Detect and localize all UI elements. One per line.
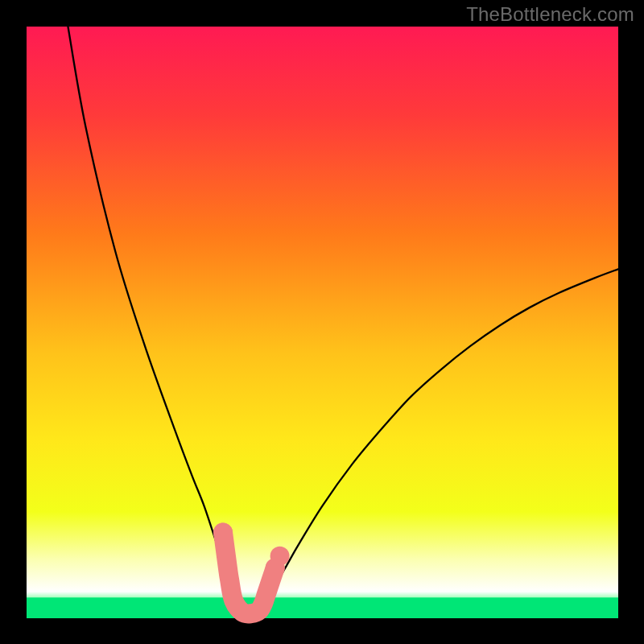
bottleneck-chart — [0, 0, 644, 644]
watermark-text: TheBottleneck.com — [466, 3, 634, 26]
chart-frame: TheBottleneck.com — [0, 0, 644, 644]
green-band — [27, 597, 618, 618]
plot-background — [27, 27, 618, 618]
